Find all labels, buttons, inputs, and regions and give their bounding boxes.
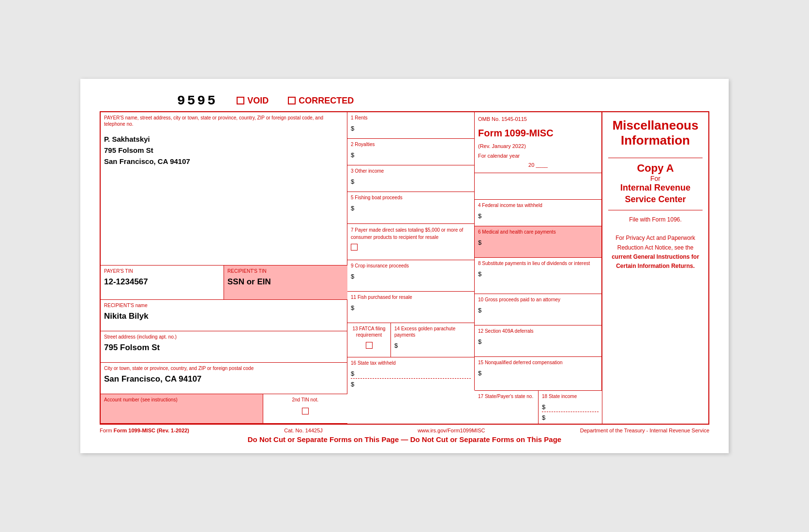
second-tin-checkbox[interactable] bbox=[302, 408, 309, 414]
city-state-value: San Francisco, CA 94107 bbox=[104, 374, 344, 384]
federal-tax-label: 4 Federal income tax withheld bbox=[478, 203, 542, 208]
payer-label: PAYER'S name, street address, city or to… bbox=[104, 115, 323, 127]
corrected-label: CORRECTED bbox=[299, 96, 354, 106]
direct-sales-checkbox[interactable] bbox=[351, 244, 358, 251]
crop-label: 9 Crop insurance proceeds bbox=[351, 263, 409, 268]
medical-cell: 6 Medical and health care payments $ bbox=[475, 226, 602, 258]
fatca-row: 13 FATCA filing requirement 14 Excess go… bbox=[347, 323, 475, 357]
section409-dollar: $ bbox=[478, 338, 598, 345]
for-label: For bbox=[650, 175, 660, 182]
royalties-cell: 2 Royalties $ bbox=[347, 139, 475, 165]
omb-cell: OMB No. 1545-0115 Form 1099-MISC (Rev. J… bbox=[475, 112, 602, 173]
left-column: PAYER'S name, street address, city or to… bbox=[101, 112, 347, 424]
direct-sales-label: 7 Payer made direct sales totaling $5,00… bbox=[351, 227, 463, 240]
recipient-tin-label: RECIPIENT'S TIN bbox=[227, 268, 267, 274]
other-income-label: 3 Other income bbox=[351, 168, 384, 174]
substitute-label: 8 Substitute payments in lieu of dividen… bbox=[478, 261, 590, 266]
form-number: 9595 bbox=[177, 93, 217, 108]
fatca-label: 13 FATCA filing requirement bbox=[351, 325, 387, 338]
state-row: 17 State/Payer's state no. 18 State inco… bbox=[475, 391, 602, 424]
state-tax-dollar2: $ bbox=[351, 381, 471, 388]
royalties-label: 2 Royalties bbox=[351, 142, 375, 147]
fish-resale-label: 11 Fish purchased for resale bbox=[351, 295, 412, 300]
state-income-label: 18 State income bbox=[542, 394, 577, 399]
section409-label: 12 Section 409A deferrals bbox=[478, 328, 534, 334]
payer-name: P. Sakhatskyi bbox=[104, 135, 344, 143]
recipient-name-label: RECIPIENT'S name bbox=[104, 303, 148, 308]
federal-tax-dollar: $ bbox=[478, 212, 598, 220]
city-state-cell: City or town, state or province, country… bbox=[101, 363, 347, 394]
payer-tin-label: PAYER'S TIN bbox=[104, 268, 133, 274]
fishing-row: 5 Fishing boat proceeds $ bbox=[347, 192, 475, 224]
page-wrapper: 9595 VOID CORRECTED PAYER'S name, street… bbox=[80, 79, 729, 453]
omb-rev: (Rev. January 2022) bbox=[478, 143, 526, 149]
state-tax-cell: 16 State tax withheld $ $ bbox=[347, 357, 475, 390]
substitute-dollar: $ bbox=[478, 270, 598, 278]
irs-center-label: Internal Revenue Service Center bbox=[620, 182, 690, 205]
spacer-royalties bbox=[475, 173, 602, 200]
state-income-cell: 18 State income $ $ bbox=[539, 391, 602, 424]
misc-title: Miscellaneous Information bbox=[613, 118, 699, 148]
website-label: www.irs.gov/Form1099MISC bbox=[418, 428, 485, 433]
city-state-label: City or town, state or province, country… bbox=[104, 366, 254, 371]
account-number-cell: Account number (see instructions) bbox=[101, 394, 263, 423]
crop-cell: 9 Crop insurance proceeds $ bbox=[347, 260, 475, 292]
account-number-label: Account number (see instructions) bbox=[104, 397, 178, 402]
second-tin-label: 2nd TIN not. bbox=[292, 397, 318, 402]
fish-resale-dollar: $ bbox=[351, 304, 471, 311]
fatca-cell: 13 FATCA filing requirement bbox=[347, 323, 391, 357]
state-income-dollar2: $ bbox=[542, 414, 599, 421]
nonqualified-label: 15 Nonqualified deferred compensation bbox=[478, 360, 563, 365]
other-income-dollar: $ bbox=[351, 178, 471, 185]
street-address-label: Street address (including apt. no.) bbox=[104, 334, 177, 340]
omb-cal-year: 20 ____ bbox=[478, 161, 598, 170]
second-tin-cell: 2nd TIN not. bbox=[263, 394, 347, 423]
fatca-checkbox[interactable] bbox=[366, 342, 373, 349]
omb-number: OMB No. 1545-0115 bbox=[478, 116, 527, 122]
crop-dollar: $ bbox=[351, 273, 471, 280]
rents-cell: 1 Rents $ bbox=[347, 112, 475, 139]
rents-dollar: $ bbox=[351, 125, 471, 132]
federal-tax-cell: 4 Federal income tax withheld $ bbox=[475, 200, 602, 226]
void-label: VOID bbox=[247, 96, 269, 106]
fishing-label: 5 Fishing boat proceeds bbox=[351, 195, 403, 200]
omb-cal-label: For calendar year bbox=[478, 153, 520, 159]
payer-tin-cell: PAYER'S TIN 12-1234567 bbox=[101, 266, 224, 299]
payer-info-cell: PAYER'S name, street address, city or to… bbox=[101, 112, 347, 266]
state-payer-label: 17 State/Payer's state no. bbox=[478, 394, 533, 399]
do-not-cut-label: Do Not Cut or Separate Forms on This Pag… bbox=[100, 435, 709, 443]
top-header: 9595 VOID CORRECTED bbox=[100, 93, 709, 108]
cat-label: Cat. No. 14425J bbox=[284, 428, 323, 433]
middle-column: 1 Rents $ 2 Royalties $ 3 Other income $… bbox=[347, 112, 475, 424]
form-label: Form bbox=[478, 128, 502, 138]
form-body: PAYER'S name, street address, city or to… bbox=[100, 111, 709, 425]
fishing-cell: 5 Fishing boat proceeds $ bbox=[347, 192, 475, 223]
state-payer-cell: 17 State/Payer's state no. bbox=[475, 391, 539, 424]
recipient-tin-value: SSN or EIN bbox=[227, 277, 344, 287]
corrected-checkbox[interactable] bbox=[288, 97, 296, 104]
state-income-dollar1: $ bbox=[542, 403, 599, 412]
state-tax-dollar1: $ bbox=[351, 370, 471, 379]
void-checkbox[interactable] bbox=[237, 97, 244, 104]
gross-proceeds-label: 10 Gross proceeds paid to an attorney bbox=[478, 297, 560, 302]
gross-proceeds-dollar: $ bbox=[478, 307, 598, 314]
excess-cell: 14 Excess golden parachute payments $ bbox=[391, 323, 475, 357]
corrected-section: CORRECTED bbox=[288, 96, 354, 106]
street-address-value: 795 Folsom St bbox=[104, 343, 344, 353]
copy-a-label: Copy A bbox=[637, 162, 674, 175]
rents-label: 1 Rents bbox=[351, 115, 367, 120]
state-tax-label: 16 State tax withheld bbox=[351, 360, 396, 366]
section409-cell: 12 Section 409A deferrals $ bbox=[475, 325, 602, 357]
excess-label: 14 Excess golden parachute payments bbox=[394, 326, 455, 338]
footer: Form Form 1099-MISC (Rev. 1-2022) Cat. N… bbox=[100, 428, 709, 433]
substitute-cell: 8 Substitute payments in lieu of dividen… bbox=[475, 258, 602, 294]
nonqualified-cell: 15 Nonqualified deferred compensation $ bbox=[475, 357, 602, 391]
file-with-label: File with Form 1096. For Privacy Act and… bbox=[608, 215, 703, 271]
dept-label: Department of the Treasury - Internal Re… bbox=[580, 428, 709, 433]
medical-label: 6 Medical and health care payments bbox=[478, 229, 556, 235]
recipient-name-cell: RECIPIENT'S name Nikita Bilyk bbox=[101, 300, 347, 331]
fishing-dollar: $ bbox=[351, 205, 471, 212]
form-ref-label: Form Form 1099-MISC (Rev. 1-2022) bbox=[100, 428, 189, 433]
direct-sales-cell: 7 Payer made direct sales totaling $5,00… bbox=[347, 224, 475, 260]
gross-proceeds-cell: 10 Gross proceeds paid to an attorney $ bbox=[475, 294, 602, 325]
